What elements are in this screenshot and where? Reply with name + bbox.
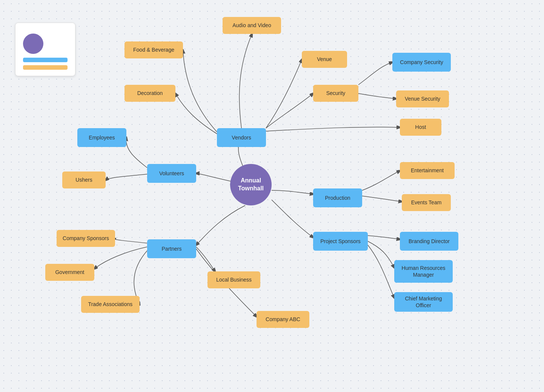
node-branding-director: Branding Director bbox=[400, 232, 458, 251]
legend-internal bbox=[23, 58, 68, 62]
node-company-security: Company Security bbox=[392, 53, 451, 72]
legend-external bbox=[23, 65, 68, 70]
node-venue: Venue bbox=[302, 51, 347, 68]
node-company-sponsors: Company Sponsors bbox=[57, 230, 115, 247]
node-project-sponsors: Project Sponsors bbox=[313, 232, 368, 251]
legend-project-node bbox=[23, 34, 43, 54]
node-audio-video: Audio and Video bbox=[223, 17, 281, 34]
node-production: Production bbox=[313, 188, 362, 207]
node-local-business: Local Business bbox=[207, 271, 260, 288]
node-venue-security: Venue Security bbox=[396, 90, 449, 107]
node-food-beverage: Food & Beverage bbox=[124, 41, 183, 58]
node-volunteers: Volunteers bbox=[147, 164, 196, 183]
node-trade-associations: Trade Associations bbox=[81, 296, 140, 313]
node-cmo: Chief Marketing Officer bbox=[394, 292, 453, 312]
node-entertainment: Entertainment bbox=[400, 162, 455, 179]
node-security: Security bbox=[313, 85, 358, 102]
legend bbox=[15, 23, 75, 76]
node-hr-manager: Human Resources Manager bbox=[394, 260, 453, 283]
center-node: Annual Townhall bbox=[230, 164, 272, 205]
node-host: Host bbox=[400, 119, 441, 136]
node-employees: Employees bbox=[77, 128, 126, 147]
node-partners: Partners bbox=[147, 239, 196, 258]
node-government: Government bbox=[45, 264, 94, 281]
connections-svg bbox=[0, 0, 544, 392]
node-decoration: Decoration bbox=[124, 85, 175, 102]
node-events-team: Events Team bbox=[402, 194, 451, 211]
node-vendors: Vendors bbox=[217, 128, 266, 147]
node-ushers: Ushers bbox=[62, 172, 106, 188]
node-company-abc: Company ABC bbox=[257, 311, 309, 328]
